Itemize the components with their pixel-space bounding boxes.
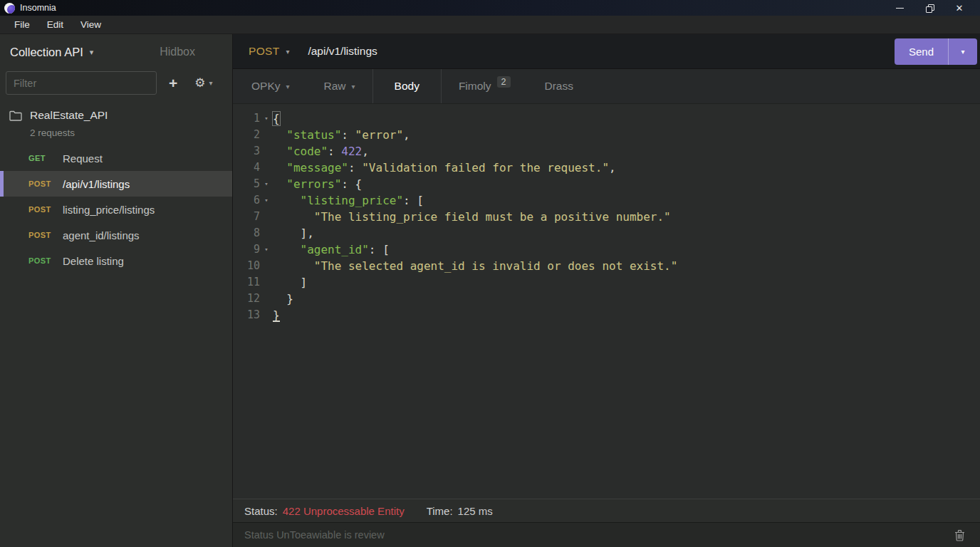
insomnia-logo-icon	[4, 3, 15, 14]
line-number: 3	[233, 143, 260, 160]
tab-badge: 2	[497, 76, 511, 88]
close-button[interactable]: ✕	[944, 0, 974, 16]
request-item[interactable]: POSTagent_id/listings	[0, 222, 232, 248]
code-line: 10 "The selected agent_id is invalid or …	[233, 258, 980, 274]
workspace-label[interactable]: Hidbox	[160, 46, 195, 58]
code-text: ],	[273, 225, 314, 241]
code-text: }	[273, 307, 280, 323]
code-text: {	[273, 110, 280, 127]
code-text: ]	[273, 274, 307, 291]
sidebar: Collection API ▾ Hidbox + ⚙ ▾ RealEstate…	[0, 34, 233, 547]
time-label: Time:	[427, 505, 453, 517]
status-bar: Status: 422 Unprocessable Entity Time: 1…	[233, 499, 980, 522]
chevron-down-icon: ▾	[209, 79, 213, 87]
code-text: "listing_price": [	[273, 192, 424, 209]
request-list: GETRequestPOST/api/v1/listingsPOSTlistin…	[0, 145, 232, 274]
send-options-button[interactable]: ▾	[949, 38, 977, 65]
settings-dropdown[interactable]: ⚙ ▾	[194, 77, 212, 89]
line-number: 10	[233, 258, 260, 274]
chevron-down-icon: ▾	[90, 48, 94, 57]
code-line: 13}	[233, 307, 980, 323]
code-text: "status": "error",	[273, 127, 410, 143]
fold-arrow-icon[interactable]: ▾	[260, 192, 273, 209]
request-method-badge: POST	[28, 179, 63, 188]
url-field[interactable]: /api/v1/listings	[308, 45, 895, 58]
fold-spacer	[260, 291, 273, 307]
fold-spacer	[260, 143, 273, 160]
tab-fimoly[interactable]: Fimoly 2	[442, 69, 528, 103]
code-line: 7 "The listing_price field must be a pos…	[233, 209, 980, 225]
request-item[interactable]: GETRequest	[0, 145, 232, 171]
titlebar: Insomnia ✕	[0, 0, 980, 16]
menu-view[interactable]: View	[73, 18, 108, 31]
code-text: }	[273, 291, 293, 307]
fold-spacer	[260, 127, 273, 143]
code-line: 9▾ "agent_id": [	[233, 241, 980, 258]
window-title: Insomnia	[20, 3, 56, 13]
code-text: "The listing_price field must be a posit…	[273, 209, 671, 225]
minimize-button[interactable]	[885, 0, 914, 16]
line-number: 7	[233, 209, 260, 225]
status-value: 422 Unprocessable Entity	[283, 505, 405, 517]
collection-label: Collection API	[10, 46, 83, 59]
time-value: 125 ms	[458, 505, 493, 517]
request-item[interactable]: POSTDelete listing	[0, 248, 232, 274]
request-item[interactable]: POST/api/v1/listings	[0, 171, 232, 197]
line-number: 12	[233, 291, 260, 307]
request-name: agent_id/listings	[63, 229, 140, 241]
code-line: 3 "code": 422,	[233, 143, 980, 160]
status-label: Status:	[244, 505, 278, 517]
chevron-down-icon: ▾	[352, 83, 355, 90]
fold-spacer	[260, 307, 273, 323]
filter-input[interactable]	[6, 71, 157, 95]
line-number: 4	[233, 160, 260, 176]
code-line: 12 }	[233, 291, 980, 307]
code-lines: 1▾{2 "status": "error",3 "code": 422,4 "…	[233, 110, 980, 323]
tab-body[interactable]: Body	[372, 69, 442, 103]
request-method-badge: POST	[28, 231, 63, 239]
line-number: 2	[233, 127, 260, 143]
folder-icon	[9, 110, 22, 121]
footer-bar: Status UnToeawiable is review	[233, 522, 980, 547]
trash-icon[interactable]	[954, 529, 965, 541]
tab-opky[interactable]: OPKy ▾	[234, 69, 307, 103]
request-method-badge: POST	[28, 256, 63, 265]
code-line: 2 "status": "error",	[233, 127, 980, 143]
tab-raw[interactable]: Raw ▾	[307, 69, 372, 103]
method-label: POST	[249, 45, 279, 58]
fold-spacer	[260, 258, 273, 274]
method-dropdown[interactable]: POST ▾	[249, 45, 289, 58]
request-name: Request	[63, 152, 103, 165]
fold-arrow-icon[interactable]: ▾	[260, 110, 273, 127]
fold-spacer	[260, 160, 273, 176]
folder-item[interactable]: RealEstate_API	[0, 107, 232, 124]
menu-file[interactable]: File	[7, 18, 37, 31]
tab-label: OPKy	[251, 80, 280, 93]
add-request-button[interactable]: +	[169, 75, 177, 90]
fold-arrow-icon[interactable]: ▾	[260, 241, 273, 258]
restore-button[interactable]	[914, 0, 944, 16]
code-line: 1▾{	[233, 110, 980, 127]
menubar: File Edit View	[0, 16, 980, 34]
folder-request-count: 2 requests	[0, 127, 232, 138]
main-panel: POST ▾ /api/v1/listings Send ▾ OPKy ▾ Ra…	[233, 34, 980, 547]
line-number: 6	[233, 192, 260, 209]
folder-name: RealEstate_API	[30, 109, 108, 122]
tab-label: Raw	[324, 80, 346, 93]
request-item[interactable]: POSTlisting_price/listings	[0, 197, 232, 222]
code-text: "agent_id": [	[273, 241, 390, 258]
send-button[interactable]: Send	[895, 38, 949, 65]
collection-selector[interactable]: Collection API ▾	[10, 46, 93, 59]
request-name: Delete listing	[63, 255, 124, 267]
tab-drass[interactable]: Drass	[528, 69, 590, 103]
line-number: 11	[233, 274, 260, 291]
body-editor[interactable]: 1▾{2 "status": "error",3 "code": 422,4 "…	[233, 104, 980, 499]
code-line: 6▾ "listing_price": [	[233, 192, 980, 209]
line-number: 9	[233, 241, 260, 258]
code-text: "message": "Validation failed for the re…	[273, 160, 616, 176]
menu-edit[interactable]: Edit	[40, 18, 71, 31]
fold-arrow-icon[interactable]: ▾	[260, 176, 273, 192]
chevron-down-icon: ▾	[286, 83, 289, 90]
request-name: /api/v1/listings	[63, 178, 130, 190]
tab-label: Body	[395, 80, 419, 93]
